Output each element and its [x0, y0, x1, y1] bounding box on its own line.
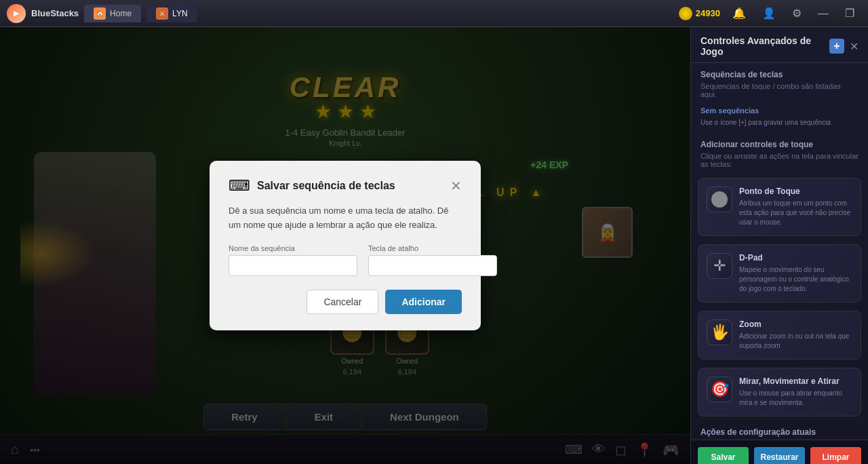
- sequences-section-title: Sequências de teclas: [691, 63, 868, 82]
- bluestacks-logo: ▶: [7, 4, 26, 23]
- control-card-dpad[interactable]: ✛ D-Pad Mapeie o movimento do seu person…: [698, 244, 861, 303]
- sequences-section-sub: Sequencias de toque / combo são listadas…: [691, 82, 868, 104]
- modal-keyboard-icon: ⌨: [229, 177, 250, 195]
- title-bar-left: ▶ BlueStacks 🏠 Home ⚔ LYN: [0, 4, 204, 23]
- add-button[interactable]: Adicionar: [385, 290, 462, 314]
- touch-point-desc: Atribua um toque em um ponto com esta aç…: [739, 199, 852, 227]
- title-bar: ▶ BlueStacks 🏠 Home ⚔ LYN 24930 🔔 👤 ⚙ — …: [0, 0, 868, 27]
- modal-description: Dê a sua sequência um nome e uma tecla d…: [229, 204, 462, 233]
- zoom-icon: 🖐: [707, 320, 732, 345]
- right-panel: Controles Avançados de Jogo + ✕ Sequênci…: [690, 27, 868, 464]
- zoom-desc: Adicionar zoom in ou out na tela que sup…: [739, 332, 852, 351]
- shortcut-field-input[interactable]: [368, 255, 497, 276]
- lyn-tab-icon: ⚔: [156, 7, 168, 20]
- aim-desc: Use o mouse para atirar enquanto mira e …: [739, 389, 852, 408]
- dpad-info: D-Pad Mapeie o movimento do seu personag…: [739, 253, 852, 294]
- touch-controls-sub: Clique ou arraste as ações na tela para …: [691, 152, 868, 174]
- dpad-name: D-Pad: [739, 253, 852, 263]
- panel-header-actions: + ✕: [829, 39, 859, 54]
- touch-controls-title: Adicionar controles de toque: [691, 133, 868, 152]
- modal-header: ⌨ Salvar sequência de teclas ✕: [229, 177, 462, 195]
- bell-button[interactable]: 🔔: [728, 5, 750, 21]
- tab-home[interactable]: 🏠 Home: [84, 5, 141, 22]
- bottom-actions: Salvar Restaurar Limpar: [691, 440, 868, 464]
- control-card-touch[interactable]: Ponto de Toque Atribua um toque em um po…: [698, 178, 861, 236]
- panel-title: Controles Avançados de Jogo: [701, 35, 829, 57]
- modal-overlay: ⌨ Salvar sequência de teclas ✕ Dê a sua …: [0, 27, 690, 464]
- shortcut-field: Tecla de atalho: [368, 244, 497, 276]
- settings-button[interactable]: ⚙: [788, 5, 806, 21]
- home-tab-icon: 🏠: [94, 7, 106, 20]
- modal-close-button[interactable]: ✕: [450, 178, 462, 194]
- user-button[interactable]: 👤: [758, 5, 780, 21]
- game-area: CLEAR ★ ★ ★ 1-4 Easy Goblin Bandit Leade…: [0, 27, 690, 464]
- app-container: ▶ BlueStacks 🏠 Home ⚔ LYN 24930 🔔 👤 ⚙ — …: [0, 0, 868, 464]
- name-field-label: Nome da sequência: [229, 244, 357, 252]
- control-card-zoom[interactable]: 🖐 Zoom Adicionar zoom in ou out na tela …: [698, 311, 861, 360]
- name-field-input[interactable]: [229, 255, 357, 276]
- settings-section-title: Ações de configuração atuais: [691, 421, 868, 440]
- touch-point-info: Ponto de Toque Atribua um toque em um po…: [739, 187, 852, 227]
- restore-button[interactable]: Restaurar: [754, 447, 805, 464]
- dpad-icon: ✛: [707, 253, 732, 279]
- modal-title: Salvar sequência de teclas: [257, 180, 395, 192]
- aim-name: Mirar, Movimentar e Atirar: [739, 376, 852, 386]
- no-sequence-label: Sem sequências: [691, 104, 868, 117]
- touch-point-name: Ponto de Toque: [739, 187, 852, 196]
- cancel-button[interactable]: Cancelar: [307, 290, 378, 314]
- panel-add-button[interactable]: +: [829, 39, 844, 54]
- sequence-hint: Use o ícone [+] para gravar uma sequênci…: [691, 117, 868, 133]
- minimize-button[interactable]: —: [814, 6, 833, 21]
- name-field: Nome da sequência: [229, 244, 357, 276]
- save-button[interactable]: Salvar: [698, 447, 749, 464]
- panel-header: Controles Avançados de Jogo + ✕: [691, 27, 868, 63]
- aim-icon: 🎯: [707, 376, 732, 402]
- title-bar-right: 24930 🔔 👤 ⚙ — ❐: [669, 5, 868, 21]
- gold-amount: 24930: [696, 8, 720, 18]
- modal-title-row: ⌨ Salvar sequência de teclas: [229, 177, 395, 195]
- control-card-aim[interactable]: 🎯 Mirar, Movimentar e Atirar Use o mouse…: [698, 368, 861, 417]
- aim-info: Mirar, Movimentar e Atirar Use o mouse p…: [739, 376, 852, 408]
- gold-badge: 24930: [679, 7, 720, 20]
- zoom-info: Zoom Adicionar zoom in ou out na tela qu…: [739, 320, 852, 351]
- touch-point-icon: [707, 187, 732, 212]
- shortcut-field-label: Tecla de atalho: [368, 244, 497, 252]
- app-title: BlueStacks: [31, 8, 79, 18]
- clear-button[interactable]: Limpar: [810, 447, 861, 464]
- modal-buttons: Cancelar Adicionar: [229, 290, 462, 314]
- tab-lyn[interactable]: ⚔ LYN: [146, 5, 197, 22]
- panel-close-button[interactable]: ✕: [850, 40, 859, 53]
- modal-fields: Nome da sequência Tecla de atalho: [229, 244, 462, 276]
- gold-icon: [679, 7, 692, 20]
- zoom-name: Zoom: [739, 320, 852, 329]
- tab-lyn-label: LYN: [172, 9, 187, 18]
- main-content: CLEAR ★ ★ ★ 1-4 Easy Goblin Bandit Leade…: [0, 27, 868, 464]
- tab-home-label: Home: [110, 9, 132, 18]
- save-sequence-modal: ⌨ Salvar sequência de teclas ✕ Dê a sua …: [210, 161, 481, 331]
- dpad-desc: Mapeie o movimento do seu personagem ou …: [739, 265, 852, 294]
- maximize-button[interactable]: ❐: [841, 5, 859, 21]
